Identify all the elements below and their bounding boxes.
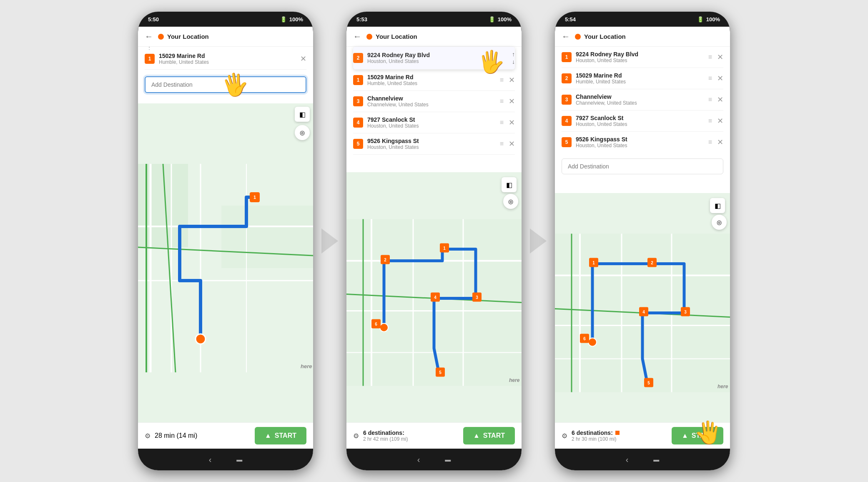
- close-dest-3-2[interactable]: ✕: [717, 95, 723, 104]
- your-location-1: Your Location: [158, 33, 209, 40]
- dest-info-2-1: 15029 Marine Rd Humble, United States: [367, 74, 500, 86]
- filter-icon-3[interactable]: ⚙: [562, 432, 567, 440]
- status-bar-3: 5:54 🔋 100%: [555, 12, 730, 27]
- drag-handle-3-2[interactable]: ≡: [708, 96, 712, 103]
- route-time-2: 2 hr 42 min (109 mi): [363, 436, 459, 442]
- your-location-2: Your Location: [366, 33, 417, 40]
- drag-handle-2-4[interactable]: ≡: [500, 140, 504, 148]
- dest-info-3-2: Channelview Channelview, United States: [576, 93, 708, 106]
- dest-row-3-4: 5 9526 Kingspass St Houston, United Stat…: [562, 132, 723, 153]
- dest-actions-2-3: ≡ ✕: [500, 118, 515, 127]
- status-bar-2: 5:53 🔋 100%: [346, 12, 522, 27]
- map-area-3: 1 2 3 4 5 6 here ◧ ◎: [555, 193, 730, 433]
- map-area-2: 1 2 3 4 5 6 here ◧ ◎: [346, 172, 522, 433]
- start-label-2: START: [483, 432, 505, 439]
- dest-info-3-4: 9526 Kingspass St Houston, United States: [576, 136, 708, 148]
- drag-handle-3-4[interactable]: ≡: [708, 138, 712, 146]
- nav-home-1[interactable]: ▬: [236, 456, 242, 463]
- dest-info-2-3: 7927 Scanlock St Houston, United States: [367, 116, 500, 129]
- drag-handle-3-3[interactable]: ≡: [708, 117, 712, 125]
- close-dest-2-4[interactable]: ✕: [509, 139, 515, 148]
- dest-badge-2-2: 3: [353, 96, 363, 106]
- nav-home-3[interactable]: ▬: [653, 456, 659, 463]
- status-time-2: 5:53: [356, 16, 367, 23]
- svg-text:1: 1: [253, 195, 256, 200]
- close-dest-2-2[interactable]: ✕: [509, 97, 515, 106]
- start-label-1: START: [275, 432, 296, 439]
- drag-handle-2-1[interactable]: ≡: [500, 76, 504, 84]
- dest-count-3: 6 destinations:: [572, 429, 613, 436]
- back-button-1[interactable]: ←: [145, 32, 153, 41]
- dest-name-3-2: Channelview: [576, 93, 708, 100]
- drag-handle-3-1[interactable]: ≡: [708, 75, 712, 82]
- drag-handle-2-2[interactable]: ≡: [500, 98, 504, 105]
- close-dest-3-0[interactable]: ✕: [717, 53, 723, 62]
- svg-text:4: 4: [642, 310, 645, 314]
- svg-text:5: 5: [439, 370, 442, 375]
- add-destination-input-3[interactable]: [562, 158, 723, 174]
- dest-name-3-4: 9526 Kingspass St: [576, 136, 708, 143]
- dest-sub-2-2: Channelview, United States: [367, 102, 500, 108]
- dest-badge-3-1: 2: [562, 73, 572, 83]
- your-location-3: Your Location: [575, 33, 626, 40]
- hand-cursor-3: 🖐: [695, 420, 722, 445]
- svg-rect-2: [221, 206, 313, 268]
- svg-text:2: 2: [651, 261, 653, 265]
- filter-icon-1[interactable]: ⚙: [145, 432, 151, 440]
- arrow-2: [530, 228, 547, 254]
- map-location-btn-1[interactable]: ◎: [295, 125, 310, 140]
- nav-back-2[interactable]: ‹: [417, 455, 420, 464]
- back-button-3[interactable]: ←: [562, 32, 570, 41]
- dest-actions-3-4: ≡ ✕: [708, 138, 723, 147]
- dest-row-2-2: 3 Channelview Channelview, United States…: [353, 91, 515, 112]
- dest-row-3-1: 2 15029 Marine Rd Humble, United States …: [562, 68, 723, 89]
- nav-back-1[interactable]: ‹: [209, 455, 212, 464]
- svg-text:1: 1: [592, 261, 595, 265]
- start-button-2[interactable]: ▲ START: [463, 427, 515, 444]
- filter-icon-2[interactable]: ⚙: [353, 432, 359, 440]
- dest-row-3-0: 1 9224 Rodney Ray Blvd Houston, United S…: [562, 47, 723, 68]
- dest-name-2-1: 15029 Marine Rd: [367, 74, 500, 80]
- dest-sub-2-1: Humble, United States: [367, 80, 500, 86]
- dest-sub-3-4: Houston, United States: [576, 143, 708, 148]
- back-button-2[interactable]: ←: [353, 32, 361, 41]
- dest-number-badge: 1: [145, 54, 155, 64]
- dest-badge-2-3: 4: [353, 118, 363, 128]
- map-layers-btn-3[interactable]: ◧: [710, 198, 725, 213]
- nav-header-1: ← Your Location: [138, 27, 313, 47]
- route-info-1: 28 min (14 mi): [155, 432, 251, 439]
- dest-name-3-0: 9224 Rodney Ray Blvd: [576, 51, 708, 58]
- battery-icon-3: 🔋: [697, 16, 704, 23]
- dest-info-3-0: 9224 Rodney Ray Blvd Houston, United Sta…: [576, 51, 708, 63]
- svg-text:6: 6: [583, 336, 586, 341]
- close-dest-2-3[interactable]: ✕: [509, 118, 515, 127]
- route-time-3: 2 hr 30 min (100 mi): [572, 436, 667, 442]
- map-location-btn-3[interactable]: ◎: [712, 215, 727, 230]
- close-dest-3-3[interactable]: ✕: [717, 116, 723, 126]
- drag-handle-3-0[interactable]: ≡: [708, 53, 712, 61]
- dest-actions-3-0: ≡ ✕: [708, 53, 723, 62]
- map-layers-btn-1[interactable]: ◧: [295, 107, 310, 122]
- drag-handle-2-3[interactable]: ≡: [500, 119, 504, 126]
- dest-badge-2-0: 2: [353, 53, 363, 63]
- status-bar-1: 5:50 🔋 100%: [138, 12, 313, 27]
- dest-name-2-4: 9526 Kingspass St: [367, 138, 500, 144]
- close-dest-2-1[interactable]: ✕: [509, 75, 515, 85]
- map-location-btn-2[interactable]: ◎: [503, 194, 518, 209]
- route-info-2: 6 destinations: 2 hr 42 min (109 mi): [363, 429, 459, 442]
- dest-actions-3-3: ≡ ✕: [708, 116, 723, 126]
- map-layers-btn-2[interactable]: ◧: [502, 177, 517, 192]
- nav-home-2[interactable]: ▬: [445, 456, 451, 463]
- close-dest-1-0[interactable]: ✕: [300, 54, 306, 63]
- dest-info-2-4: 9526 Kingspass St Houston, United States: [367, 138, 500, 150]
- svg-text:5: 5: [647, 381, 650, 385]
- close-dest-3-1[interactable]: ✕: [717, 74, 723, 83]
- dest-sub-2-3: Houston, United States: [367, 123, 500, 129]
- nav-back-3[interactable]: ‹: [626, 455, 629, 464]
- nav-header-2: ← Your Location: [346, 27, 522, 47]
- close-dest-3-4[interactable]: ✕: [717, 138, 723, 147]
- location-label-3: Your Location: [584, 33, 626, 40]
- battery-pct-1: 100%: [289, 16, 303, 23]
- dest-sub-3-3: Houston, United States: [576, 121, 708, 127]
- start-button-1[interactable]: ▲ START: [255, 427, 306, 444]
